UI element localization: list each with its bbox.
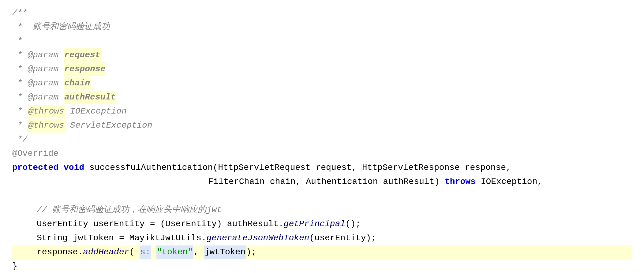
addheader-call: addHeader — [83, 245, 129, 259]
comment-throws2: * — [12, 119, 28, 133]
line-11: @Override — [12, 147, 632, 161]
getprincipal-call: getPrincipal — [284, 217, 346, 231]
token-string: "token" — [156, 245, 194, 259]
protected-keyword: protected — [12, 161, 58, 175]
line-19: } — [12, 260, 632, 273]
comment-throws1: * — [12, 105, 28, 118]
at-throws-2: @throws — [28, 119, 65, 133]
at-param-3: @param — [28, 77, 58, 90]
authresult-ref: authResult — [227, 217, 279, 231]
param-resp: response — [465, 161, 506, 175]
line-15: // 账号和密码验证成功，在响应头中响应的jwt — [12, 203, 632, 217]
space — [58, 62, 64, 76]
var-jwttoken: jwtToken — [73, 231, 114, 245]
line-8: * @throws IOException — [12, 105, 632, 119]
space — [65, 105, 70, 118]
method-name: successfulAuthentication — [89, 161, 213, 175]
comment-open: /** — [12, 6, 28, 20]
param-authresult-decl: authResult — [383, 175, 434, 189]
comment-param2: * — [12, 62, 28, 76]
type-userentity-cast: UserEntity — [165, 217, 217, 231]
line-16: UserEntity userEntity = (UserEntity) aut… — [12, 217, 632, 231]
servletexception: ServletException — [70, 119, 152, 133]
line-14 — [12, 189, 632, 203]
param-req: request — [316, 161, 352, 175]
at-throws-1: @throws — [28, 105, 65, 118]
comment-text: * 账号和密码验证成功 — [12, 20, 110, 34]
line-3: * — [12, 34, 632, 48]
param-chain-decl: chain — [270, 175, 296, 189]
type-string: String — [37, 231, 68, 245]
line-2: * 账号和密码验证成功 — [12, 20, 632, 34]
line-18: response.addHeader( s: "token", jwtToken… — [12, 245, 632, 260]
generate-token-call: generateJsonWebToken — [207, 231, 309, 245]
space — [65, 119, 70, 133]
var-userentity: userEntity — [93, 217, 145, 231]
line-7: * @param authResult — [12, 91, 632, 105]
comment-param4: * — [12, 91, 28, 104]
type-filterchain: FilterChain — [208, 175, 265, 189]
type-userentity-1: UserEntity — [37, 217, 88, 231]
param-chain: chain — [64, 77, 91, 90]
at-param-4: @param — [28, 91, 58, 104]
line-6: * @param chain — [12, 77, 632, 91]
comment-asterisk: * — [12, 34, 23, 48]
throws-keyword: throws — [445, 175, 476, 189]
line-17: String jwtToken = MayiktJwtUtils.generat… — [12, 231, 632, 245]
line-1: /** — [12, 6, 632, 20]
param-response: response — [64, 62, 106, 76]
ioexception: IOException — [70, 105, 127, 118]
type-ioexception: IOException — [481, 175, 537, 189]
line-13: FilterChain chain, Authentication authRe… — [12, 175, 632, 189]
override-annotation: @Override — [12, 147, 58, 161]
comment-close: */ — [12, 133, 28, 147]
comment-param1: * — [12, 48, 28, 62]
line-9: * @throws ServletException — [12, 119, 632, 133]
at-param-1: @param — [28, 48, 58, 62]
param-authresult: authResult — [64, 91, 116, 104]
jwttoken-arg: jwtToken — [204, 245, 246, 259]
type-authentication: Authentication — [306, 175, 378, 189]
param-s-label: s: — [140, 245, 151, 259]
closing-brace: } — [12, 260, 17, 273]
space — [58, 91, 64, 104]
at-param-2: @param — [28, 62, 58, 76]
code-editor: /** * 账号和密码验证成功 * * @param request * @pa… — [0, 0, 644, 273]
line-5: * @param response — [12, 62, 632, 77]
line-10: */ — [12, 133, 632, 147]
param-request: request — [64, 48, 101, 62]
inline-comment: // 账号和密码验证成功，在响应头中响应的jwt — [37, 203, 222, 217]
comment-param3: * — [12, 77, 28, 90]
line-12: protected void successfulAuthentication(… — [12, 161, 632, 175]
line-4: * @param request — [12, 48, 632, 62]
void-keyword: void — [64, 161, 84, 175]
type-httprequest: HttpServletRequest — [218, 161, 310, 175]
mayikt-utils: MayiktJwtUtils — [129, 231, 201, 245]
space — [58, 77, 64, 90]
space — [58, 48, 64, 62]
type-httpresponse: HttpServletResponse — [362, 161, 460, 175]
response-ref: response — [37, 245, 78, 259]
userentity-arg: userEntity — [314, 231, 366, 245]
